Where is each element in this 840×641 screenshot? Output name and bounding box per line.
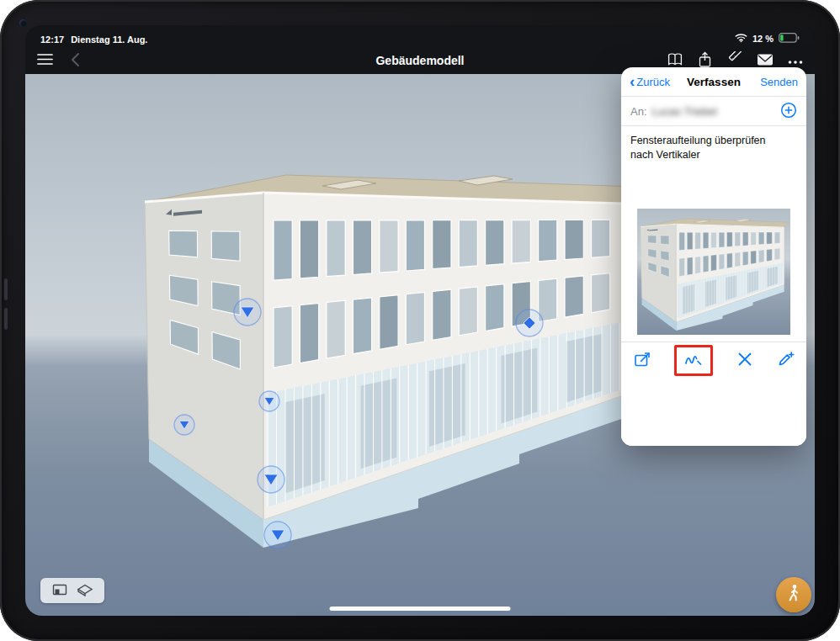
status-date: Dienstag 11. Aug. — [71, 34, 147, 45]
view-options-button[interactable] — [40, 578, 104, 603]
scribble-tool-button[interactable] — [683, 350, 704, 371]
more-button[interactable] — [788, 55, 803, 67]
back-icon — [70, 52, 80, 70]
front-camera — [19, 19, 27, 27]
compose-empty-area — [621, 379, 806, 446]
ipad-device: 12:17 Dienstag 11. Aug. 12 % — [0, 0, 840, 641]
message-body[interactable]: Fensteraufteilung überprüfen nach Vertik… — [621, 126, 798, 170]
tutorial-highlight — [674, 345, 713, 376]
wifi-icon — [735, 33, 747, 45]
scale-tool-button[interactable] — [633, 350, 651, 371]
building-3d[interactable] — [145, 175, 638, 548]
more-icon — [788, 55, 803, 67]
plan-view-icon — [52, 583, 67, 599]
battery-icon — [779, 33, 800, 45]
volume-up-button[interactable] — [4, 278, 8, 300]
scale-icon — [633, 350, 651, 371]
status-time: 12:17 — [40, 34, 64, 45]
delete-markup-icon — [736, 351, 753, 370]
attachment-thumbnail[interactable] — [637, 209, 790, 335]
menu-icon — [37, 53, 53, 68]
menu-button[interactable] — [37, 53, 53, 68]
delete-markup-tool-button[interactable] — [736, 351, 753, 370]
to-label: An: — [630, 105, 647, 118]
markup-toolbar — [621, 342, 806, 379]
thumbnail-building — [641, 219, 789, 331]
recipient-row[interactable]: An: Lucas Triebel — [621, 97, 806, 125]
book-icon — [667, 52, 683, 69]
chevron-left-icon: ‹ — [630, 73, 635, 89]
mail-icon — [757, 53, 774, 69]
recipient-name: Lucas Triebel — [652, 105, 717, 118]
scribble-icon — [683, 350, 704, 371]
compose-back-label: Zurück — [636, 76, 670, 88]
plus-circle-icon — [780, 102, 797, 121]
back-nav-button[interactable] — [70, 52, 80, 70]
compose-back-button[interactable]: ‹ Zurück — [630, 75, 670, 89]
bookmarks-button[interactable] — [667, 52, 683, 69]
mail-button[interactable] — [757, 53, 774, 69]
battery-percent: 12 % — [752, 34, 774, 44]
model-view-icon — [77, 583, 93, 599]
status-bar: 12:17 Dienstag 11. Aug. 12 % — [25, 25, 815, 47]
send-button[interactable]: Senden — [760, 76, 798, 88]
walk-mode-button[interactable] — [776, 577, 811, 612]
add-annotation-tool-button[interactable] — [776, 350, 795, 371]
add-annotation-icon — [776, 350, 795, 371]
home-indicator[interactable] — [330, 607, 511, 611]
compose-header: ‹ Zurück Verfassen Senden — [621, 67, 806, 96]
walking-person-icon — [784, 583, 804, 607]
add-recipient-button[interactable] — [780, 102, 797, 121]
compose-popover: ‹ Zurück Verfassen Senden An: Lucas Trie… — [621, 67, 806, 446]
volume-down-button[interactable] — [4, 308, 8, 330]
screen: 12:17 Dienstag 11. Aug. 12 % — [25, 25, 815, 616]
